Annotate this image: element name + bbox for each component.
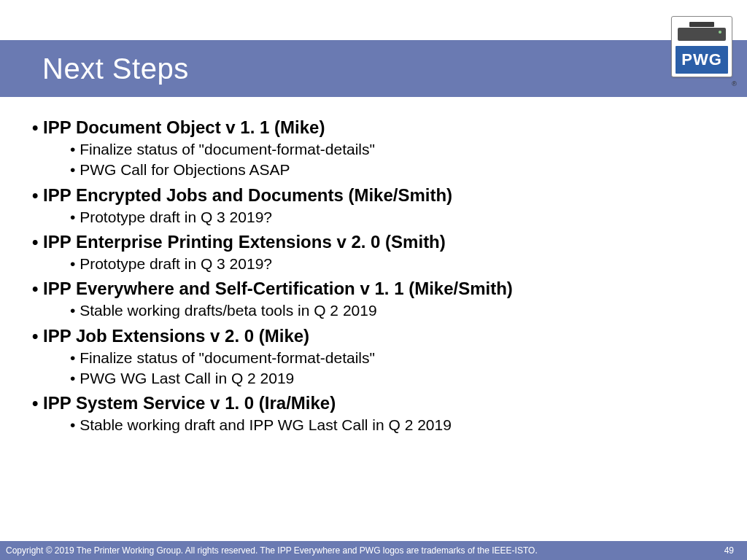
pwg-logo-box: PWG [671,16,732,77]
bullet-lvl2: Finalize status of "document-format-deta… [70,139,725,160]
bullet-lvl2: Finalize status of "document-format-deta… [70,348,725,368]
bullet-lvl2: Stable working drafts/beta tools in Q 2 … [70,300,725,321]
slide: Next Steps PWG ® IPP Document Object v 1… [0,0,747,560]
bullet-lvl1: IPP System Service v 1. 0 (Ira/Mike) [32,393,725,413]
bullet-lvl1: IPP Everywhere and Self-Certification v … [32,279,725,299]
pwg-logo-text: PWG [676,46,728,74]
bullet-lvl1: IPP Encrypted Jobs and Documents (Mike/S… [32,185,725,206]
item-group: IPP Everywhere and Self-Certification v … [32,279,725,321]
item-group: IPP Job Extensions v 2. 0 (Mike) Finaliz… [32,326,725,389]
item-group: IPP System Service v 1. 0 (Ira/Mike) Sta… [32,393,725,435]
bullet-lvl2: Prototype draft in Q 3 2019? [70,254,725,274]
bullet-lvl1: IPP Job Extensions v 2. 0 (Mike) [32,326,725,346]
bullet-lvl2: PWG WG Last Call in Q 2 2019 [70,368,725,389]
item-group: IPP Enterprise Printing Extensions v 2. … [32,232,725,274]
item-group: IPP Encrypted Jobs and Documents (Mike/S… [32,185,725,228]
registered-mark: ® [732,80,737,88]
bullet-lvl1: IPP Enterprise Printing Extensions v 2. … [32,232,725,252]
page-number: 49 [724,545,734,556]
printer-icon [676,22,728,44]
bullet-lvl1: IPP Document Object v 1. 1 (Mike) [32,117,725,138]
bullet-lvl2: Prototype draft in Q 3 2019? [70,207,725,228]
bullet-lvl2: Stable working draft and IPP WG Last Cal… [70,415,725,435]
footer-bar: Copyright © 2019 The Printer Working Gro… [0,541,747,560]
copyright-text: Copyright © 2019 The Printer Working Gro… [6,545,538,556]
pwg-logo: PWG ® [671,16,732,98]
content: IPP Document Object v 1. 1 (Mike) Finali… [32,113,725,439]
item-group: IPP Document Object v 1. 1 (Mike) Finali… [32,117,725,181]
slide-title: Next Steps [42,52,189,85]
header-bar: Next Steps [0,40,747,97]
bullet-lvl2: PWG Call for Objections ASAP [70,160,725,180]
